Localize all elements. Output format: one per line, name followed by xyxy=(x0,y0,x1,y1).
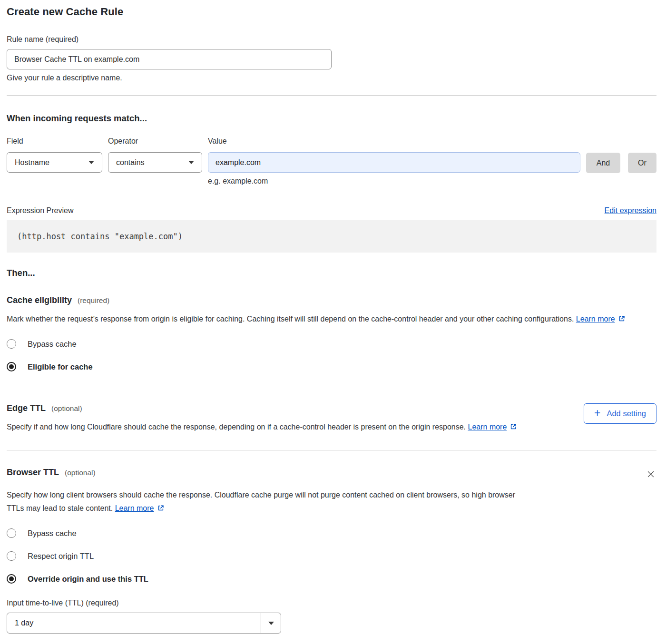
ttl-select-arrow-box xyxy=(261,613,281,633)
edge-ttl-description: Specify if and how long Cloudflare shoul… xyxy=(7,420,517,434)
edge-ttl-heading: Edge TTL xyxy=(7,403,46,413)
divider xyxy=(7,95,656,96)
field-column: Field Hostname xyxy=(7,137,102,173)
browser-ttl-heading-row: Browser TTL (optional) xyxy=(7,468,656,481)
ttl-select[interactable]: 1 day xyxy=(7,613,281,634)
radio-circle-icon xyxy=(7,528,16,538)
browser-ttl-section: Browser TTL (optional) Specify how long … xyxy=(7,468,656,634)
rule-name-label: Rule name (required) xyxy=(7,35,656,44)
operator-label: Operator xyxy=(108,137,202,146)
edge-ttl-section: Edge TTL (optional) Specify if and how l… xyxy=(7,403,656,434)
expression-preview-label: Expression Preview xyxy=(7,206,74,215)
rule-name-group: Rule name (required) Give your rule a de… xyxy=(7,35,656,82)
radio-eligible-for-cache[interactable]: Eligible for cache xyxy=(7,362,656,371)
and-or-buttons: And Or xyxy=(586,153,656,173)
rule-name-input[interactable] xyxy=(7,49,332,69)
cache-eligibility-heading-row: Cache eligibility (required) xyxy=(7,295,656,305)
value-label: Value xyxy=(208,137,580,146)
external-link-icon xyxy=(618,315,626,322)
page-title: Create new Cache Rule xyxy=(7,6,656,18)
radio-browser-bypass-cache[interactable]: Bypass cache xyxy=(7,528,656,538)
cache-eligibility-heading: Cache eligibility xyxy=(7,295,72,305)
edge-ttl-heading-group: Edge TTL (optional) Specify if and how l… xyxy=(7,403,517,434)
divider xyxy=(7,386,656,386)
learn-more-link[interactable]: Learn more xyxy=(115,504,165,512)
external-link-icon xyxy=(509,423,517,430)
external-link-icon xyxy=(157,504,165,512)
learn-more-link[interactable]: Learn more xyxy=(576,315,626,323)
cache-eligibility-description: Mark whether the request’s response from… xyxy=(7,312,644,326)
close-icon xyxy=(646,469,656,479)
operator-select[interactable]: contains xyxy=(108,152,202,173)
radio-circle-selected-icon xyxy=(7,574,16,584)
match-heading: When incoming requests match... xyxy=(7,113,656,124)
caret-down-icon xyxy=(188,161,194,164)
expression-preview-code: (http.host contains "example.com") xyxy=(7,220,656,253)
radio-circle-icon xyxy=(7,551,16,561)
optional-tag: (optional) xyxy=(51,404,82,413)
value-column: Value e.g. example.com xyxy=(208,137,580,185)
remove-browser-ttl-button[interactable] xyxy=(645,468,656,481)
required-tag: (required) xyxy=(78,296,109,305)
divider xyxy=(7,450,656,450)
or-button[interactable]: Or xyxy=(628,153,656,173)
create-cache-rule-form: Create new Cache Rule Rule name (require… xyxy=(0,0,666,644)
ttl-input-label: Input time-to-live (TTL) (required) xyxy=(7,599,656,607)
match-section: When incoming requests match... Field Ho… xyxy=(7,113,656,253)
caret-down-icon xyxy=(268,622,274,625)
value-help: e.g. example.com xyxy=(208,177,580,185)
optional-tag: (optional) xyxy=(65,468,96,477)
field-select[interactable]: Hostname xyxy=(7,152,102,173)
value-input[interactable] xyxy=(208,152,580,173)
edit-expression-link[interactable]: Edit expression xyxy=(605,206,656,215)
then-heading: Then... xyxy=(7,268,656,278)
ttl-select-value: 1 day xyxy=(7,613,261,633)
match-builder-row: Field Hostname Operator contains Value e… xyxy=(7,137,656,185)
learn-more-link[interactable]: Learn more xyxy=(468,423,518,431)
edge-ttl-heading-row: Edge TTL (optional) Specify if and how l… xyxy=(7,403,656,434)
browser-ttl-description: Specify how long client browsers should … xyxy=(7,488,528,515)
radio-circle-icon xyxy=(7,339,16,349)
and-button[interactable]: And xyxy=(586,153,620,173)
radio-respect-origin-ttl[interactable]: Respect origin TTL xyxy=(7,551,656,561)
add-setting-button[interactable]: + Add setting xyxy=(584,403,656,424)
ttl-input-group: Input time-to-live (TTL) (required) 1 da… xyxy=(7,599,656,634)
browser-ttl-heading: Browser TTL xyxy=(7,468,59,478)
radio-bypass-cache[interactable]: Bypass cache xyxy=(7,339,656,349)
radio-override-origin-ttl[interactable]: Override origin and use this TTL xyxy=(7,574,656,584)
cache-eligibility-section: Cache eligibility (required) Mark whethe… xyxy=(7,295,656,371)
rule-name-help: Give your rule a descriptive name. xyxy=(7,74,656,82)
operator-column: Operator contains xyxy=(108,137,202,173)
operator-select-value: contains xyxy=(116,158,145,167)
expression-preview-header: Expression Preview Edit expression xyxy=(7,206,656,215)
plus-icon: + xyxy=(594,408,600,419)
field-label: Field xyxy=(7,137,102,146)
field-select-value: Hostname xyxy=(15,158,49,167)
caret-down-icon xyxy=(88,161,94,164)
radio-circle-selected-icon xyxy=(7,362,16,371)
